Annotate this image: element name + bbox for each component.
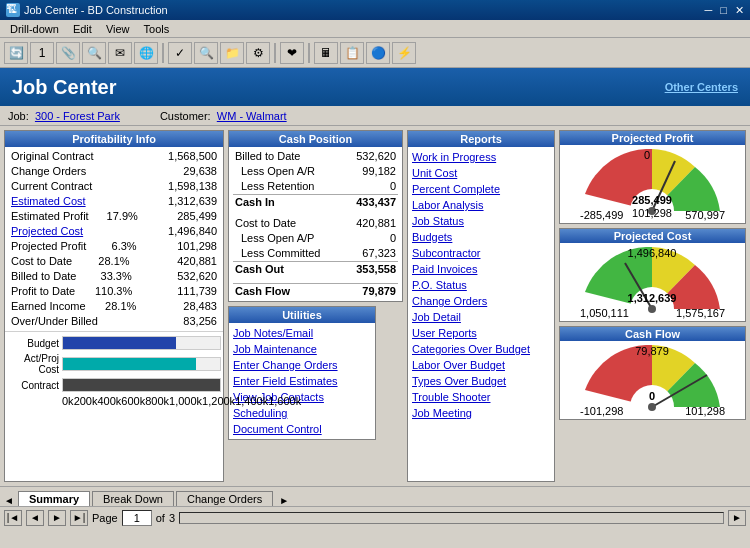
other-centers-link[interactable]: Other Centers <box>665 81 738 93</box>
cash-flow-gauge-area: 0 -101,298 79,879 101,298 <box>560 341 745 419</box>
nav-first[interactable]: |◄ <box>4 510 22 526</box>
label-billed-to-date: Billed to Date <box>11 269 76 284</box>
customer-label: Customer: WM - Walmart <box>160 110 287 122</box>
cash-content: Billed to Date 532,620 Less Open A/R 99,… <box>229 147 402 301</box>
util-field-estimates[interactable]: Enter Field Estimates <box>233 373 371 389</box>
cash-label-retention: Less Retention <box>241 179 314 194</box>
scroll-right[interactable]: ► <box>728 510 746 526</box>
toolbar-sep-3 <box>308 43 310 63</box>
toolbar-btn-7[interactable]: ✓ <box>168 42 192 64</box>
minimize-button[interactable]: ─ <box>705 4 713 17</box>
toolbar-btn-15[interactable]: ⚡ <box>392 42 416 64</box>
report-types-over-budget[interactable]: Types Over Budget <box>412 373 550 389</box>
label-current-contract: Current Contract <box>11 179 92 194</box>
toolbar-btn-5[interactable]: ✉ <box>108 42 132 64</box>
menu-tools[interactable]: Tools <box>138 22 176 36</box>
nav-next[interactable]: ► <box>48 510 66 526</box>
report-job-detail[interactable]: Job Detail <box>412 309 550 325</box>
svg-text:-101,298: -101,298 <box>580 405 623 417</box>
toolbar-btn-10[interactable]: ⚙ <box>246 42 270 64</box>
tab-summary[interactable]: Summary <box>18 491 90 506</box>
report-budgets[interactable]: Budgets <box>412 229 550 245</box>
report-labor-analysis[interactable]: Labor Analysis <box>412 197 550 213</box>
bar-chart-area: Budget Act/Proj Cost Contract 0k 200k <box>5 331 223 451</box>
toolbar-btn-9[interactable]: 📁 <box>220 42 244 64</box>
report-subcontractor[interactable]: Subcontractor <box>412 245 550 261</box>
util-document-control[interactable]: Document Control <box>233 421 371 437</box>
profit-row-current-contract: Current Contract 1,598,138 <box>9 179 219 194</box>
cash-label-ap: Less Open A/P <box>241 231 314 246</box>
toolbar-btn-3[interactable]: 📎 <box>56 42 80 64</box>
report-wip[interactable]: Work in Progress <box>412 149 550 165</box>
report-user-reports[interactable]: User Reports <box>412 325 550 341</box>
tab-breakdown[interactable]: Break Down <box>92 491 174 506</box>
report-change-orders[interactable]: Change Orders <box>412 293 550 309</box>
profit-row-projected-cost: Projected Cost 1,496,840 <box>9 224 219 239</box>
report-categories-over-budget[interactable]: Categories Over Budget <box>412 341 550 357</box>
cash-row-cashflow: Cash Flow 79,879 <box>233 283 398 299</box>
menu-drilldown[interactable]: Drill-down <box>4 22 65 36</box>
pct-earned-income: 28.1% <box>101 299 136 314</box>
val-estimated-profit: 285,499 <box>152 209 217 224</box>
cash-label-cashout: Cash Out <box>235 262 284 277</box>
svg-text:101,298: 101,298 <box>632 207 672 219</box>
page-input[interactable] <box>122 510 152 526</box>
tab-nav-prev[interactable]: ◄ <box>4 495 14 506</box>
cash-label-billed: Billed to Date <box>235 149 300 164</box>
cash-label-costdate: Cost to Date <box>235 216 296 231</box>
bar-label-actproj: Act/Proj Cost <box>7 353 62 375</box>
report-job-status[interactable]: Job Status <box>412 213 550 229</box>
bar-container-budget <box>62 336 221 350</box>
cash-row-ap: Less Open A/P 0 <box>233 231 398 246</box>
link-projected-cost[interactable]: Projected Cost <box>11 224 83 239</box>
nav-prev[interactable]: ◄ <box>26 510 44 526</box>
profit-row-cost-to-date: Cost to Date 28.1% 420,881 <box>9 254 219 269</box>
util-scheduling[interactable]: Scheduling <box>233 405 371 421</box>
cash-row-retention: Less Retention 0 <box>233 179 398 194</box>
report-trouble-shooter[interactable]: Trouble Shooter <box>412 389 550 405</box>
util-change-orders[interactable]: Enter Change Orders <box>233 357 371 373</box>
menu-edit[interactable]: Edit <box>67 22 98 36</box>
menu-bar: Drill-down Edit View Tools <box>0 20 750 38</box>
svg-text:1,312,639: 1,312,639 <box>628 292 677 304</box>
report-percent-complete[interactable]: Percent Complete <box>412 181 550 197</box>
val-billed-to-date: 532,620 <box>152 269 217 284</box>
bar-row-budget: Budget <box>7 336 221 350</box>
cash-val-billed: 532,620 <box>341 149 396 164</box>
svg-text:1,575,167: 1,575,167 <box>676 307 725 319</box>
link-estimated-cost[interactable]: Estimated Cost <box>11 194 86 209</box>
cash-position-header: Cash Position <box>229 131 402 147</box>
toolbar-btn-8[interactable]: 🔍 <box>194 42 218 64</box>
close-button[interactable]: ✕ <box>735 4 744 17</box>
toolbar-btn-13[interactable]: 📋 <box>340 42 364 64</box>
right-panels: Projected Profit <box>559 130 746 482</box>
report-paid-invoices[interactable]: Paid Invoices <box>412 261 550 277</box>
toolbar-btn-12[interactable]: 🖩 <box>314 42 338 64</box>
report-job-meeting[interactable]: Job Meeting <box>412 405 550 421</box>
tab-nav-next[interactable]: ► <box>279 495 289 506</box>
report-unit-cost[interactable]: Unit Cost <box>412 165 550 181</box>
projected-cost-gauge-area: 1,312,639 1,050,111 1,496,840 1,575,167 <box>560 243 745 321</box>
menu-view[interactable]: View <box>100 22 136 36</box>
toolbar-btn-4[interactable]: 🔍 <box>82 42 106 64</box>
toolbar-btn-6[interactable]: 🌐 <box>134 42 158 64</box>
toolbar-btn-1[interactable]: 🔄 <box>4 42 28 64</box>
svg-point-11 <box>648 305 656 313</box>
profit-row-billed-to-date: Billed to Date 33.3% 532,620 <box>9 269 219 284</box>
nav-last[interactable]: ►| <box>70 510 88 526</box>
util-job-maintenance[interactable]: Job Maintenance <box>233 341 371 357</box>
report-labor-over-budget[interactable]: Labor Over Budget <box>412 357 550 373</box>
maximize-button[interactable]: □ <box>720 4 727 17</box>
job-value-link[interactable]: 300 - Forest Park <box>35 110 120 122</box>
customer-value-link[interactable]: WM - Walmart <box>217 110 287 122</box>
tab-change-orders[interactable]: Change Orders <box>176 491 273 506</box>
window-controls[interactable]: ─ □ ✕ <box>705 4 744 17</box>
toolbar-btn-2[interactable]: 1 <box>30 42 54 64</box>
toolbar-btn-14[interactable]: 🔵 <box>366 42 390 64</box>
window-title: Job Center - BD Construction <box>24 4 168 16</box>
profit-row-projected-profit: Projected Profit 6.3% 101,298 <box>9 239 219 254</box>
scroll-bar[interactable] <box>179 512 724 524</box>
toolbar-btn-11[interactable]: ❤ <box>280 42 304 64</box>
report-po-status[interactable]: P.O. Status <box>412 277 550 293</box>
util-job-notes[interactable]: Job Notes/Email <box>233 325 371 341</box>
